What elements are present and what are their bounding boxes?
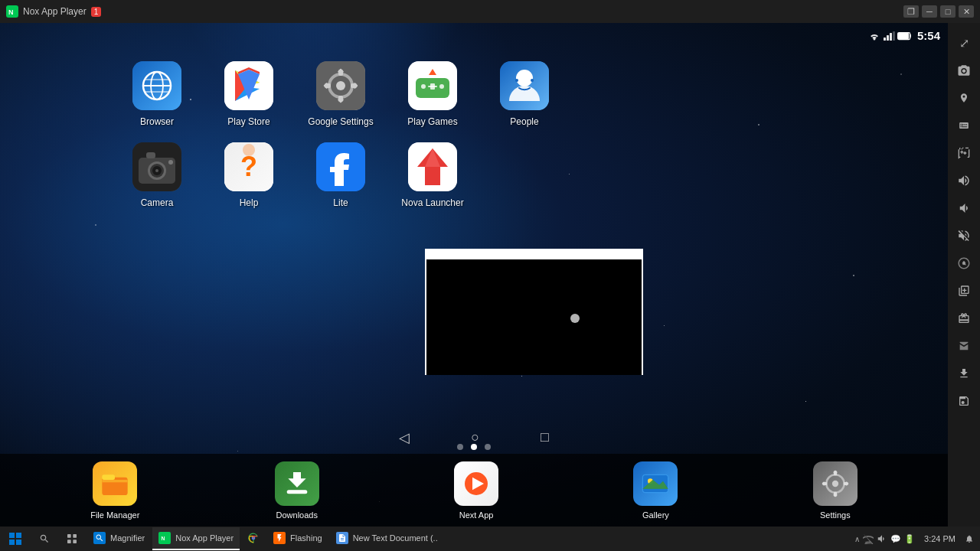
svg-point-29 bbox=[421, 84, 426, 89]
svg-rect-3 bbox=[884, 37, 886, 41]
taskbar-time: 3:24 PM bbox=[924, 534, 956, 543]
dock-gallery[interactable]: Gallery bbox=[633, 461, 678, 520]
app-browser[interactable]: Browser bbox=[115, 61, 199, 127]
taskbar-tray: ∧ 💬 🔋 3:24 PM bbox=[854, 533, 980, 544]
dock-settings-label: Settings bbox=[820, 510, 851, 520]
status-icons bbox=[868, 31, 913, 41]
tray-notification-icon[interactable] bbox=[965, 533, 974, 544]
sidebar-volume-up[interactable] bbox=[952, 168, 976, 193]
app-grid: Browser Play S bbox=[115, 61, 567, 208]
app-play-games[interactable]: Play Games bbox=[390, 61, 475, 127]
sidebar-screenshot[interactable] bbox=[952, 141, 976, 165]
sidebar-save[interactable] bbox=[952, 389, 976, 413]
dock-next-app-label: Next App bbox=[459, 510, 494, 520]
app-camera[interactable]: Camera bbox=[115, 142, 199, 208]
app-google-settings-label: Google Settings bbox=[308, 116, 373, 127]
sidebar-volume-down[interactable] bbox=[952, 196, 976, 220]
taskbar-chrome[interactable] bbox=[241, 527, 266, 550]
app-people-label: People bbox=[510, 116, 538, 127]
back-button[interactable]: ◁ bbox=[399, 429, 410, 446]
start-button[interactable] bbox=[0, 527, 31, 551]
taskbar-flashing-label: Flashing bbox=[290, 533, 322, 543]
svg-rect-77 bbox=[16, 533, 21, 538]
svg-text:N: N bbox=[162, 536, 165, 541]
restore-button[interactable]: ❐ bbox=[903, 5, 919, 18]
svg-point-45 bbox=[168, 160, 173, 165]
svg-rect-5 bbox=[890, 33, 892, 41]
svg-text:N: N bbox=[8, 8, 14, 16]
search-button[interactable] bbox=[31, 527, 58, 551]
minimize-button[interactable]: ─ bbox=[922, 5, 937, 18]
taskbar-notepad[interactable]: New Text Document (.. bbox=[330, 527, 444, 550]
sidebar-keyboard[interactable] bbox=[952, 113, 976, 138]
sidebar-store2[interactable] bbox=[952, 334, 976, 358]
tray-battery-icon: 🔋 bbox=[904, 534, 915, 544]
svg-rect-32 bbox=[428, 86, 437, 87]
app-lite-label: Lite bbox=[333, 197, 348, 208]
taskbar-clock: 3:24 PM bbox=[918, 534, 962, 543]
close-button[interactable]: ✕ bbox=[959, 5, 974, 18]
svg-rect-58 bbox=[286, 490, 307, 494]
taskbar-nox[interactable]: N Nox App Player bbox=[152, 527, 240, 550]
svg-point-30 bbox=[439, 84, 444, 89]
title-text: Nox App Player bbox=[23, 6, 87, 17]
dock-next-app[interactable]: Next App bbox=[454, 461, 498, 520]
title-badge: 1 bbox=[91, 7, 102, 17]
svg-point-18 bbox=[336, 81, 345, 90]
windows-taskbar: Magnifier N Nox App Player Flashing bbox=[0, 527, 980, 551]
svg-rect-8 bbox=[898, 33, 908, 38]
svg-point-37 bbox=[515, 79, 518, 82]
taskbar-apps: Magnifier N Nox App Player Flashing bbox=[87, 527, 444, 550]
dock-file-manager-label: File Manager bbox=[90, 510, 139, 520]
app-people[interactable]: People bbox=[482, 61, 567, 127]
svg-point-75 bbox=[962, 262, 966, 266]
svg-rect-44 bbox=[146, 152, 155, 158]
app-play-games-label: Play Games bbox=[407, 116, 457, 127]
nav-buttons: ◁ ○ □ bbox=[399, 429, 549, 446]
tray-show-hidden[interactable]: ∧ bbox=[854, 535, 860, 543]
app-lite[interactable]: Lite bbox=[299, 142, 383, 208]
recent-button[interactable]: □ bbox=[541, 429, 549, 446]
app-play-store[interactable]: Play Store bbox=[207, 61, 291, 127]
taskbar-flashing[interactable]: Flashing bbox=[267, 527, 328, 550]
app-play-store-label: Play Store bbox=[227, 116, 270, 127]
svg-rect-78 bbox=[9, 540, 15, 545]
svg-point-38 bbox=[531, 79, 534, 82]
app-icon: N bbox=[6, 5, 18, 18]
tray-chat-icon: 💬 bbox=[890, 534, 901, 544]
app-help[interactable]: ? Help bbox=[207, 142, 291, 208]
task-view-button[interactable] bbox=[58, 527, 86, 551]
app-google-settings[interactable]: Google Settings bbox=[299, 61, 383, 127]
dock-downloads-label: Downloads bbox=[276, 510, 318, 520]
emulator-area[interactable]: 5:54 Browser bbox=[0, 23, 948, 527]
dock-settings[interactable]: Settings bbox=[813, 461, 858, 520]
svg-rect-81 bbox=[73, 534, 77, 538]
app-help-label: Help bbox=[240, 197, 259, 208]
svg-rect-6 bbox=[893, 31, 895, 41]
sidebar-multi-touch[interactable] bbox=[952, 279, 976, 303]
dock-gallery-label: Gallery bbox=[642, 510, 669, 520]
win-controls: ❐ ─ □ ✕ bbox=[903, 5, 974, 18]
home-button[interactable]: ○ bbox=[471, 429, 479, 446]
dock-downloads[interactable]: Downloads bbox=[275, 461, 319, 520]
dock-file-manager[interactable]: File Manager bbox=[90, 461, 139, 520]
sidebar-mute[interactable] bbox=[952, 223, 976, 248]
maximize-button[interactable]: □ bbox=[940, 5, 956, 18]
dock: File Manager Downloads Next App bbox=[0, 454, 948, 527]
svg-point-2 bbox=[873, 37, 875, 40]
taskbar-magnifier[interactable]: Magnifier bbox=[87, 527, 151, 550]
sidebar-install[interactable] bbox=[952, 361, 976, 386]
sidebar-resize[interactable]: ⤢ bbox=[952, 31, 976, 55]
time-display: 5:54 bbox=[917, 29, 940, 42]
titlebar: N Nox App Player 1 ❐ ─ □ ✕ bbox=[0, 0, 980, 23]
sidebar-gyro[interactable] bbox=[952, 251, 976, 276]
app-nova-launcher[interactable]: Nova Launcher bbox=[390, 142, 475, 208]
tray-network-icon bbox=[863, 533, 874, 544]
app-camera-label: Camera bbox=[141, 197, 174, 208]
app-browser-label: Browser bbox=[140, 116, 174, 127]
sidebar-camera[interactable] bbox=[952, 58, 976, 83]
tray-volume-icon bbox=[877, 533, 887, 544]
sidebar-apk[interactable] bbox=[952, 306, 976, 331]
sidebar-location[interactable] bbox=[952, 86, 976, 110]
modal-titlebar bbox=[426, 250, 642, 259]
